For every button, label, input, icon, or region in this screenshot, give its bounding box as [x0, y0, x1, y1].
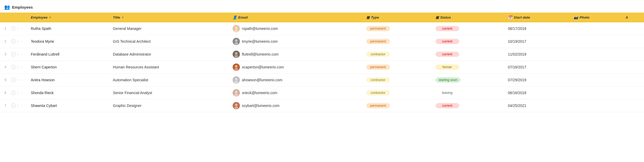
row-drag-icon[interactable]: ⋮: [16, 104, 19, 107]
employee-email-text[interactable]: ahowson@lumeerio.com: [242, 78, 282, 82]
row-expand-icon[interactable]: −: [12, 78, 15, 82]
employee-email-cell: rspath@lumeerio.com: [229, 22, 363, 35]
row-number: 5: [0, 74, 8, 87]
table-row: 4 − ⋮ ··· Sherri CapertonHuman Resources…: [0, 61, 644, 74]
photo-col-icon: 📷: [574, 15, 578, 19]
row-number: 2: [0, 35, 8, 48]
col-title[interactable]: Title ▼: [109, 13, 229, 22]
employee-photo-cell: [570, 61, 622, 74]
employee-startdate-cell: 06/16/2018: [504, 87, 570, 99]
employee-email-text[interactable]: srieck@lumeerio.com: [242, 91, 277, 95]
employee-photo-cell: [570, 22, 622, 35]
type-badge: contractor: [366, 90, 390, 95]
employee-avatar: [233, 76, 240, 84]
employee-email-cell: ahowson@lumeerio.com: [229, 74, 363, 87]
row-controls-cell: − ⋮ ···: [8, 48, 27, 61]
row-number: 1: [0, 22, 8, 35]
title-sort-icon[interactable]: ▼: [121, 16, 124, 19]
col-email[interactable]: 👤 Email: [229, 13, 363, 22]
col-status[interactable]: ▣ Status: [432, 13, 504, 22]
row-drag-icon[interactable]: ⋮: [16, 78, 19, 82]
type-col-icon: ▣: [366, 15, 370, 19]
employee-photo-cell: [570, 35, 622, 48]
row-controls-cell: − ⋮ ···: [8, 87, 27, 99]
employee-title-cell: Human Resources Assistant: [109, 61, 229, 74]
svg-point-10: [235, 65, 238, 68]
row-expand-icon[interactable]: −: [12, 104, 15, 108]
employee-email-text[interactable]: tmyrie@lumeerio.com: [242, 39, 278, 44]
row-drag-icon[interactable]: ⋮: [16, 65, 19, 69]
employees-table-container: 👥 Employees Employee ▼ Title ▼: [0, 0, 644, 115]
employee-extra-cell: [622, 87, 644, 99]
row-expand-icon[interactable]: −: [12, 26, 15, 31]
employee-email-text[interactable]: scaperton@lumeerio.com: [242, 65, 284, 69]
employee-startdate-cell: 06/17/2018: [504, 22, 570, 35]
employee-name-cell: Ferdinand Luttrell: [27, 48, 109, 61]
row-drag-icon[interactable]: ⋮: [16, 52, 19, 56]
row-number: 7: [0, 99, 8, 112]
employee-sort-icon[interactable]: ▼: [49, 16, 51, 19]
employee-avatar: [233, 38, 240, 45]
svg-point-20: [234, 106, 238, 109]
employee-email-cell: scaperton@lumeerio.com: [229, 61, 363, 74]
col-start-date[interactable]: 📅 Start date: [504, 13, 570, 22]
table-row: 6 − ⋮ ··· Shonda RieckSenior Financial A…: [0, 87, 644, 99]
employee-email-text[interactable]: scybart@lumeerio.com: [242, 104, 280, 108]
row-dots-icon[interactable]: ···: [20, 65, 23, 69]
row-expand-icon[interactable]: −: [12, 91, 15, 95]
employee-avatar: [233, 25, 240, 32]
employee-photo-cell: [570, 74, 622, 87]
row-expand-icon[interactable]: −: [12, 65, 15, 69]
table-row: 7 − ⋮ ··· Shawnta CybartGraphic Designer…: [0, 99, 644, 112]
row-controls-cell: − ⋮ ···: [8, 99, 27, 112]
employee-type-cell: permanent: [363, 22, 432, 35]
employee-title-cell: Database Administrator: [109, 48, 229, 61]
col-type[interactable]: ▣ Type: [363, 13, 432, 22]
employee-status-cell: current: [432, 35, 504, 48]
table-title-row: 👥 Employees: [0, 3, 644, 13]
table-title-text: Employees: [12, 5, 33, 9]
employee-title-cell: Graphic Designer: [109, 99, 229, 112]
type-badge: permanent: [366, 103, 390, 108]
employee-title-cell: Automation Specialist: [109, 74, 229, 87]
employee-startdate-cell: 07/29/2019: [504, 74, 570, 87]
row-dots-icon[interactable]: ···: [20, 91, 23, 95]
employee-type-cell: contractor: [363, 87, 432, 99]
employee-status-cell: former: [432, 61, 504, 74]
row-dots-icon[interactable]: ···: [20, 40, 23, 43]
row-expand-icon[interactable]: −: [12, 39, 15, 44]
col-email-label: Email: [238, 15, 248, 19]
col-extra[interactable]: A: [622, 13, 644, 22]
status-badge: current: [436, 26, 459, 31]
row-controls-cell: − ⋮ ···: [8, 22, 27, 35]
svg-point-5: [234, 42, 238, 45]
row-dots-icon[interactable]: ···: [20, 78, 23, 82]
employees-icon: 👥: [4, 4, 10, 10]
row-dots-icon[interactable]: ···: [20, 52, 23, 56]
employee-email-text[interactable]: fluttrell@lumeerio.com: [242, 52, 278, 56]
table-row: 1 − ⋮ ··· Rutha SpathGeneral Managerrspa…: [0, 22, 644, 35]
svg-point-19: [235, 104, 238, 106]
row-drag-icon[interactable]: ⋮: [16, 40, 19, 43]
col-row-num: [0, 13, 8, 22]
employee-photo-cell: [570, 99, 622, 112]
row-dots-icon[interactable]: ···: [20, 104, 23, 107]
col-photo[interactable]: 📷 Photo: [570, 13, 622, 22]
employee-title-cell: Senior Financial Analyst: [109, 87, 229, 99]
row-drag-icon[interactable]: ⋮: [16, 27, 19, 30]
status-badge: current: [436, 103, 459, 108]
employee-email-text[interactable]: rspath@lumeerio.com: [242, 26, 278, 31]
row-dots-icon[interactable]: ···: [20, 27, 23, 30]
row-expand-icon[interactable]: −: [12, 52, 15, 56]
col-employee[interactable]: Employee ▼: [27, 13, 109, 22]
type-badge: permanent: [366, 39, 390, 44]
svg-point-16: [235, 91, 238, 93]
employee-extra-cell: [622, 74, 644, 87]
row-drag-icon[interactable]: ⋮: [16, 91, 19, 95]
svg-point-2: [234, 29, 238, 32]
employee-status-cell: current: [432, 48, 504, 61]
row-controls-cell: − ⋮ ···: [8, 35, 27, 48]
employee-avatar: [233, 51, 240, 58]
employee-startdate-cell: 07/16/2017: [504, 61, 570, 74]
employee-status-cell: starting soon: [432, 74, 504, 87]
